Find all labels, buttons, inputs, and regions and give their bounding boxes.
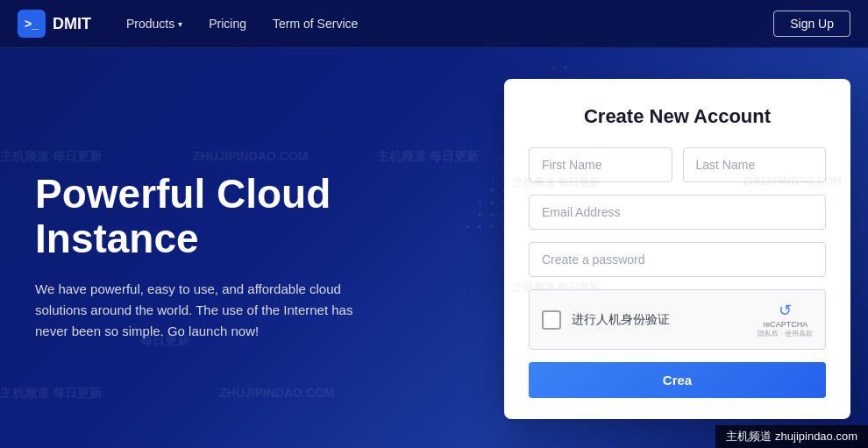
email-group: [529, 195, 826, 230]
name-row: [529, 147, 826, 182]
password-group: [529, 242, 826, 277]
chevron-down-icon: ▾: [178, 19, 182, 29]
signup-button[interactable]: Sign Up: [773, 11, 850, 37]
nav-products[interactable]: Products ▾: [126, 17, 182, 31]
email-input[interactable]: [529, 195, 826, 230]
navbar: >_ DMIT Products ▾ Pricing Term of Servi…: [0, 0, 868, 48]
recaptcha-checkbox[interactable]: [542, 310, 561, 330]
hero-section: Powerful Cloud Instance We have powerful…: [0, 48, 491, 448]
first-name-input[interactable]: [529, 147, 672, 182]
recaptcha-subtext: 隐私权 · 使用条款: [758, 329, 813, 338]
hero-subtitle: We have powerful, easy to use, and affor…: [35, 279, 368, 342]
logo[interactable]: >_ DMIT: [18, 10, 91, 38]
recaptcha-brand: reCAPTCHA: [758, 320, 813, 329]
password-input[interactable]: [529, 242, 826, 277]
recaptcha-label: 进行人机身份验证: [572, 312, 751, 328]
nav-tos-label: Term of Service: [273, 17, 358, 31]
form-title: Create New Account: [529, 105, 826, 128]
recaptcha-box[interactable]: 进行人机身份验证 ↺ reCAPTCHA 隐私权 · 使用条款: [529, 289, 826, 350]
last-name-input[interactable]: [683, 147, 827, 182]
recaptcha-logo: ↺ reCAPTCHA 隐私权 · 使用条款: [758, 301, 813, 338]
recaptcha-icon: ↺: [758, 301, 813, 320]
hero-title: Powerful Cloud Instance: [35, 172, 456, 260]
nav-products-label: Products: [126, 17, 174, 31]
nav-pricing-label: Pricing: [209, 17, 246, 31]
nav-tos[interactable]: Term of Service: [273, 17, 358, 31]
nav-links: Products ▾ Pricing Term of Service: [126, 17, 773, 31]
signup-form-panel: 主机频道 每日更新 主机频道 每日更新 ZHUJIPINDAO.COM Crea…: [504, 79, 850, 419]
bottom-watermark-bar: 主机频道 zhujipindao.com: [715, 425, 868, 448]
logo-icon: >_: [18, 10, 46, 38]
create-account-button[interactable]: Crea: [529, 362, 826, 398]
logo-text: DMIT: [53, 15, 91, 33]
nav-pricing[interactable]: Pricing: [209, 17, 246, 31]
